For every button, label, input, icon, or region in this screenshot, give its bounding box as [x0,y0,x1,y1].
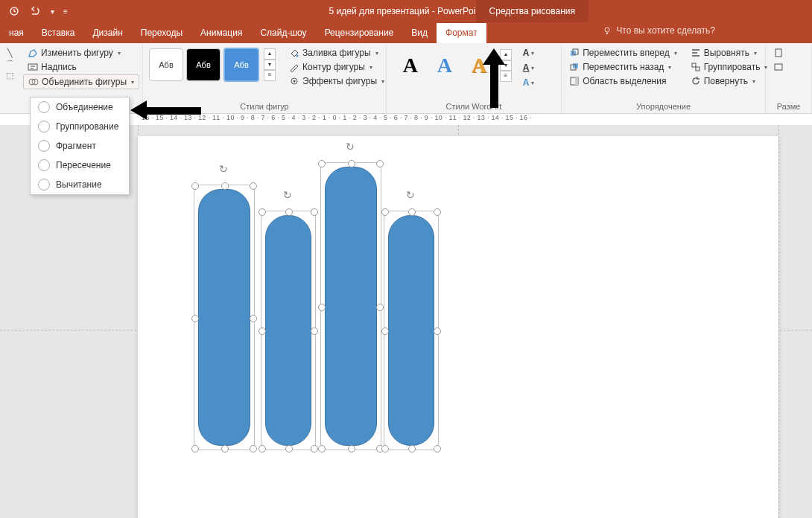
undo-icon[interactable] [28,6,42,16]
resize-handle[interactable] [191,182,199,190]
gallery-scroll-up[interactable]: ▴ [264,48,276,60]
resize-handle[interactable] [250,182,257,190]
align-label: Выровнять [704,48,749,58]
resize-handle[interactable] [434,445,441,453]
rounded-rect-shape[interactable] [265,215,311,446]
style-swatch-1[interactable]: Абв [149,48,183,81]
shape-style-gallery[interactable]: Абв Абв Абв ▴ ▾ ≡ [146,46,279,83]
resize-handle[interactable] [191,315,199,322]
resize-handle[interactable] [348,160,355,167]
resize-handle[interactable] [285,445,293,453]
align-button[interactable]: Выровнять▾ [686,46,773,60]
tell-me-search[interactable]: Что вы хотите сделать? [603,25,715,36]
resize-handle[interactable] [311,445,318,453]
resize-handle[interactable] [376,304,384,311]
selected-shape-4[interactable]: ↻ [384,211,439,450]
send-backward-button[interactable]: Переместить назад▾ [565,60,681,74]
gallery-scroll-down[interactable]: ▾ [264,60,276,71]
text-box-button[interactable]: Надпись [23,60,139,74]
merge-intersect-label: Пересечение [56,160,111,170]
drawing-tools-context-tab[interactable]: Средства рисования [476,0,589,22]
subtract-icon [38,179,50,191]
resize-handle[interactable] [250,315,257,322]
text-box-label: Надпись [41,62,77,72]
resize-handle[interactable] [381,208,389,216]
tab-view[interactable]: Вид [402,23,437,43]
tab-slideshow[interactable]: Слайд-шоу [251,23,315,43]
selected-shape-1[interactable]: ↻ [194,185,255,450]
text-outline-button[interactable]: A▾ [521,61,536,74]
tab-transitions[interactable]: Переходы [132,23,191,43]
resize-handle[interactable] [434,327,441,335]
merge-union-item[interactable]: Объединение [31,97,129,117]
resize-handle[interactable] [376,160,384,167]
resize-handle[interactable] [285,208,293,216]
wordart-style-1[interactable]: A [396,51,425,80]
bring-forward-button[interactable]: Переместить вперед▾ [565,46,681,60]
merge-fragment-item[interactable]: Фрагмент [31,136,129,156]
style-swatch-3[interactable]: Абв [223,48,259,82]
resize-handle[interactable] [408,208,416,216]
resize-handle[interactable] [434,208,441,216]
group-button[interactable]: Группировать▾ [686,60,773,74]
selected-shape-2[interactable]: ↻ [261,211,316,450]
combine-icon [38,121,50,132]
merge-combine-item[interactable]: Группирование [31,117,129,136]
resize-handle[interactable] [381,445,389,453]
wordart-style-2[interactable]: A [430,51,460,80]
merge-subtract-item[interactable]: Вычитание [31,175,129,194]
tab-format[interactable]: Формат [437,23,486,43]
text-fill-button[interactable]: A▾ [521,46,536,60]
merge-shapes-button[interactable]: Объединить фигуры▾ [23,74,139,89]
resize-handle[interactable] [408,445,416,453]
freeform-shape-icon[interactable]: ⬚ [4,70,15,80]
resize-handle[interactable] [221,182,229,190]
resize-handle[interactable] [191,445,199,453]
align-icon [691,48,701,58]
resize-handle[interactable] [258,208,266,216]
resize-handle[interactable] [250,445,257,453]
selection-pane-button[interactable]: Область выделения [565,74,681,88]
resize-handle[interactable] [318,304,326,311]
rotate-handle-icon[interactable]: ↻ [283,189,294,199]
style-swatch-2[interactable]: Абв [186,48,221,81]
height-input[interactable] [769,46,788,60]
resize-handle[interactable] [221,445,229,453]
merge-intersect-item[interactable]: Пересечение [31,156,129,175]
resize-handle[interactable] [311,327,318,335]
tab-insert[interactable]: Вставка [33,23,84,43]
gallery-more[interactable]: ≡ [264,70,276,81]
redo-icon[interactable]: ▾ [51,7,54,16]
edit-shape-button[interactable]: Изменить фигуру▾ [23,46,139,60]
resize-handle[interactable] [348,445,355,453]
resize-handle[interactable] [318,160,326,167]
shape-effects-button[interactable]: Эффекты фигуры▾ [285,74,389,88]
width-input[interactable] [769,60,788,74]
resize-handle[interactable] [311,208,318,216]
rounded-rect-shape[interactable] [198,189,250,446]
tab-home[interactable]: ная [0,23,33,43]
selected-shape-3[interactable]: ↻ [320,162,381,450]
rotate-icon [691,76,701,86]
rounded-rect-shape[interactable] [388,215,434,446]
shape-outline-button[interactable]: Контур фигуры▾ [285,60,389,74]
curve-shape-icon[interactable]: ⌒ [4,59,15,69]
rotate-handle-icon[interactable]: ↻ [219,163,229,173]
shape-fill-button[interactable]: Заливка фигуры▾ [285,46,389,60]
autosave-icon[interactable] [9,6,19,16]
slide[interactable]: ↻ ↻ ↻ ↻ [138,136,778,518]
resize-handle[interactable] [381,327,389,335]
resize-handle[interactable] [318,445,326,453]
tab-review[interactable]: Рецензирование [316,23,403,43]
rotate-handle-icon[interactable]: ↻ [406,189,416,199]
tab-design[interactable]: Дизайн [83,23,131,43]
rounded-rect-shape[interactable] [325,167,377,446]
rotate-handle-icon[interactable]: ↻ [346,141,356,151]
resize-handle[interactable] [258,327,266,335]
text-effects-button[interactable]: A▾ [521,76,536,89]
tab-animations[interactable]: Анимация [191,23,251,43]
resize-handle[interactable] [258,445,266,453]
line-shape-icon[interactable]: ╲ [4,48,15,58]
rotate-button[interactable]: Повернуть▾ [686,74,773,88]
qat-customize-icon[interactable]: ≡ [63,7,68,16]
